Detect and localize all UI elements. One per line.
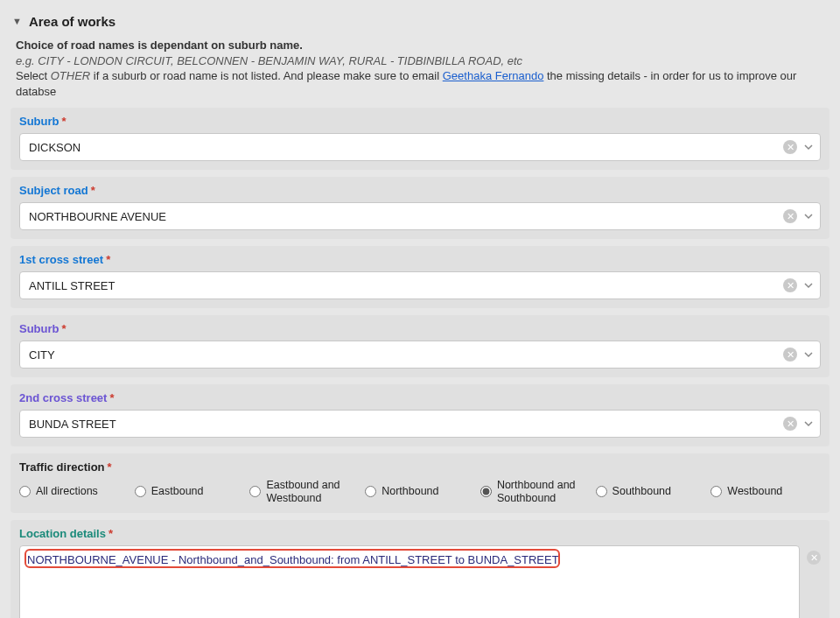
clear-icon[interactable]: ✕	[807, 551, 821, 565]
location-details-wrap: ✕	[19, 545, 821, 618]
traffic-direction-option[interactable]: Northbound	[365, 485, 475, 497]
subject-road-combo[interactable]: ✕	[19, 202, 821, 230]
radio-input[interactable]	[710, 486, 722, 497]
radio-label-text: Eastbound and Westbound	[266, 479, 360, 504]
radio-label-text: Westbound	[727, 485, 782, 497]
helper-text: Choice of road names is dependant on sub…	[16, 38, 824, 99]
field-label: Traffic direction*	[19, 460, 821, 474]
field-label: 1st cross street*	[19, 253, 821, 266]
field-location-details: Location details* ✕	[10, 520, 830, 618]
field-subject-road: Subject road* ✕	[10, 177, 830, 239]
cross-street-2-input[interactable]	[27, 411, 783, 437]
cross-street-1-combo[interactable]: ✕	[19, 271, 821, 299]
field-traffic-direction: Traffic direction* All directionsEastbou…	[10, 453, 830, 513]
traffic-direction-radios: All directionsEastboundEastbound and Wes…	[19, 479, 821, 504]
field-cross-street-2: 2nd cross street* ✕	[10, 384, 830, 446]
chevron-down-icon[interactable]	[804, 143, 813, 151]
contact-link[interactable]: Geethaka Fernando	[443, 69, 544, 82]
form-page: ▼ Area of works Choice of road names is …	[0, 0, 840, 618]
radio-input[interactable]	[365, 486, 376, 497]
helper-line3: Select OTHER if a suburb or road name is…	[16, 68, 824, 99]
field-label: 2nd cross street*	[19, 391, 821, 404]
section-title: Area of works	[29, 14, 116, 29]
radio-label-text: Northbound and Southbound	[497, 479, 591, 504]
suburb-1-input[interactable]	[27, 134, 783, 160]
subject-road-input[interactable]	[27, 203, 783, 229]
radio-label-text: Southbound	[612, 485, 671, 497]
suburb-2-combo[interactable]: ✕	[19, 341, 821, 369]
location-details-textarea[interactable]	[19, 545, 800, 618]
required-marker: *	[62, 115, 66, 128]
field-cross-street-1: 1st cross street* ✕	[10, 246, 830, 308]
helper-line1: Choice of road names is dependant on sub…	[16, 38, 824, 53]
radio-input[interactable]	[135, 486, 146, 497]
clear-icon[interactable]: ✕	[783, 209, 797, 223]
field-label: Suburb*	[19, 115, 821, 128]
clear-icon[interactable]: ✕	[783, 140, 797, 154]
section-header[interactable]: ▼ Area of works	[10, 14, 830, 29]
clear-icon[interactable]: ✕	[783, 348, 797, 362]
field-label: Subject road*	[19, 184, 821, 197]
chevron-down-icon[interactable]	[804, 419, 813, 428]
traffic-direction-option[interactable]: Westbound	[710, 485, 821, 497]
field-label: Location details*	[19, 527, 821, 540]
radio-input[interactable]	[19, 486, 31, 497]
radio-input[interactable]	[596, 486, 607, 497]
required-marker: *	[108, 460, 112, 474]
cross-street-2-combo[interactable]: ✕	[19, 410, 821, 438]
helper-line2: e.g. CITY - LONDON CIRCUIT, BELCONNEN - …	[16, 53, 824, 69]
clear-icon[interactable]: ✕	[783, 278, 797, 292]
cross-street-1-input[interactable]	[27, 272, 783, 298]
required-marker: *	[109, 391, 114, 404]
traffic-direction-option[interactable]: Northbound and Southbound	[480, 479, 591, 504]
field-label: Suburb*	[19, 322, 821, 335]
chevron-down-icon[interactable]	[804, 212, 813, 221]
traffic-direction-option[interactable]: Southbound	[596, 485, 706, 497]
clear-icon[interactable]: ✕	[783, 417, 797, 431]
suburb-1-combo[interactable]: ✕	[19, 133, 821, 161]
radio-label-text: Northbound	[382, 485, 438, 497]
required-marker: *	[106, 253, 110, 266]
radio-input[interactable]	[480, 486, 492, 497]
field-suburb-2: Suburb* ✕	[10, 315, 830, 377]
suburb-2-input[interactable]	[27, 341, 783, 368]
radio-label-text: Eastbound	[151, 485, 204, 497]
chevron-down-icon[interactable]	[804, 350, 813, 359]
required-marker: *	[91, 184, 95, 197]
traffic-direction-option[interactable]: All directions	[19, 485, 130, 497]
chevron-down-icon[interactable]	[804, 281, 813, 290]
required-marker: *	[62, 322, 66, 335]
traffic-direction-option[interactable]: Eastbound	[135, 485, 245, 497]
field-suburb-1: Suburb* ✕	[10, 108, 830, 170]
radio-label-text: All directions	[36, 485, 98, 497]
radio-input[interactable]	[249, 486, 261, 497]
traffic-direction-option[interactable]: Eastbound and Westbound	[249, 479, 360, 504]
collapse-icon[interactable]: ▼	[12, 16, 22, 26]
required-marker: *	[108, 527, 113, 540]
